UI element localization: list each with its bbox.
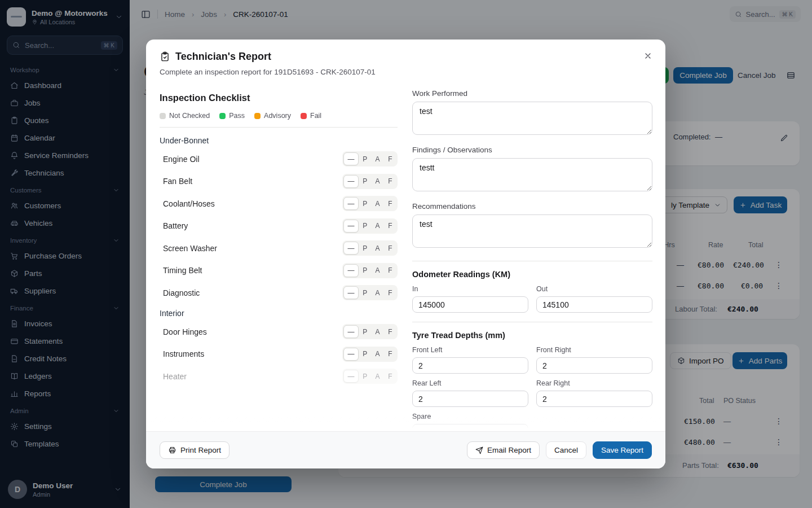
checklist-row: Door Hinges — P A F <box>160 324 398 339</box>
status-segmented-control: — P A F <box>342 240 398 256</box>
checklist-row: Diagnostic — P A F <box>160 285 398 300</box>
status-notchecked-button[interactable]: — <box>343 220 359 233</box>
save-report-button[interactable]: Save Report <box>593 441 652 459</box>
fail-dot <box>301 113 307 119</box>
status-pass-button[interactable]: P <box>359 175 371 188</box>
modal-header: Technician's Report Complete an inspecti… <box>160 51 632 76</box>
work-performed-textarea[interactable]: test <box>412 102 652 135</box>
print-report-button[interactable]: Print Report <box>160 441 230 459</box>
status-pass-button[interactable]: P <box>359 325 371 338</box>
recommendations-textarea[interactable]: test <box>412 214 652 248</box>
status-advisory-button[interactable]: A <box>371 175 383 188</box>
email-report-label: Email Report <box>487 446 531 454</box>
close-icon[interactable] <box>642 50 654 62</box>
status-segmented-control: — P A F <box>342 151 398 167</box>
status-advisory-button[interactable]: A <box>371 152 383 165</box>
recommendations-label: Recommendations <box>412 202 652 211</box>
checklist-row: Fan Belt — P A F <box>160 174 398 189</box>
checklist-heading: Inspection Checklist <box>160 93 398 103</box>
status-notchecked-button[interactable]: — <box>343 348 359 361</box>
status-notchecked-button[interactable]: — <box>343 242 359 255</box>
status-fail-button[interactable]: F <box>384 197 396 210</box>
status-pass-button[interactable]: P <box>359 220 371 233</box>
inspection-checklist-panel: Inspection Checklist Not Checked Pass Ad… <box>160 89 398 388</box>
findings-textarea[interactable]: testt <box>412 158 652 191</box>
rear-left-input[interactable] <box>412 391 528 407</box>
status-fail-button[interactable]: F <box>384 242 396 255</box>
divider <box>412 261 652 261</box>
legend-label: Fail <box>310 112 321 120</box>
status-advisory-button[interactable]: A <box>371 286 383 299</box>
advisory-dot <box>254 113 261 119</box>
status-segmented-control: — P A F <box>342 324 398 339</box>
status-fail-button[interactable]: F <box>384 286 396 299</box>
status-pass-button[interactable]: P <box>359 197 371 210</box>
status-pass-button[interactable]: P <box>359 286 371 299</box>
status-segmented-control: — P A F <box>342 263 398 278</box>
status-fail-button[interactable]: F <box>384 175 396 188</box>
group-heading-interior: Interior <box>160 309 398 318</box>
findings-label: Findings / Observations <box>412 146 652 154</box>
status-advisory-button[interactable]: A <box>371 348 383 361</box>
status-pass-button[interactable]: P <box>359 264 371 277</box>
status-legend: Not Checked Pass Advisory Fail <box>160 112 398 120</box>
status-segmented-control: — P A F <box>342 369 398 384</box>
status-notchecked-button[interactable]: — <box>343 325 359 338</box>
status-notchecked-button[interactable]: — <box>343 197 359 210</box>
modal-subtitle: Complete an inspection report for 191D51… <box>160 68 632 76</box>
status-fail-button[interactable]: F <box>384 370 396 383</box>
status-notchecked-button[interactable]: — <box>343 264 359 277</box>
status-advisory-button[interactable]: A <box>371 197 383 210</box>
odometer-heading: Odometer Readings (KM) <box>412 270 652 279</box>
divider <box>160 127 398 128</box>
status-fail-button[interactable]: F <box>384 325 396 338</box>
cancel-button[interactable]: Cancel <box>546 441 586 459</box>
status-notchecked-button[interactable]: — <box>343 370 359 383</box>
front-right-input[interactable] <box>536 357 652 374</box>
group-heading-under-bonnet: Under-Bonnet <box>160 136 398 145</box>
status-pass-button[interactable]: P <box>359 242 371 255</box>
rear-left-label: Rear Left <box>412 379 528 387</box>
technicians-report-modal: Technician's Report Complete an inspecti… <box>146 40 665 468</box>
status-notchecked-button[interactable]: — <box>343 286 359 299</box>
status-advisory-button[interactable]: A <box>371 242 383 255</box>
status-advisory-button[interactable]: A <box>371 264 383 277</box>
front-left-input[interactable] <box>412 357 528 374</box>
checklist-row: Heater — P A F <box>160 369 398 384</box>
modal-title: Technician's Report <box>175 51 271 63</box>
checklist-item-label: Battery <box>163 221 188 230</box>
checklist-row: Battery — P A F <box>160 218 398 234</box>
email-report-button[interactable]: Email Report <box>467 441 540 459</box>
status-fail-button[interactable]: F <box>384 348 396 361</box>
odometer-out-input[interactable] <box>536 296 652 313</box>
checklist-row: Coolant/Hoses — P A F <box>160 196 398 211</box>
not-checked-dot <box>160 113 166 119</box>
front-right-label: Front Right <box>536 346 652 354</box>
status-segmented-control: — P A F <box>342 347 398 362</box>
status-advisory-button[interactable]: A <box>371 325 383 338</box>
status-notchecked-button[interactable]: — <box>343 152 359 165</box>
rear-right-input[interactable] <box>536 391 652 407</box>
checklist-row: Screen Washer — P A F <box>160 240 398 256</box>
status-pass-button[interactable]: P <box>359 370 371 383</box>
divider <box>412 322 652 322</box>
status-fail-button[interactable]: F <box>384 264 396 277</box>
status-pass-button[interactable]: P <box>359 152 371 165</box>
checklist-item-label: Engine Oil <box>163 155 200 164</box>
status-notchecked-button[interactable]: — <box>343 175 359 188</box>
odometer-in-input[interactable] <box>412 296 528 313</box>
checklist-item-label: Instruments <box>163 349 204 358</box>
print-report-label: Print Report <box>180 446 221 454</box>
odometer-in-label: In <box>412 285 528 293</box>
odometer-out-label: Out <box>536 285 652 293</box>
status-pass-button[interactable]: P <box>359 348 371 361</box>
status-advisory-button[interactable]: A <box>371 220 383 233</box>
checklist-item-label: Timing Belt <box>163 266 202 275</box>
status-advisory-button[interactable]: A <box>371 370 383 383</box>
status-fail-button[interactable]: F <box>384 220 396 233</box>
status-segmented-control: — P A F <box>342 218 398 234</box>
legend-label: Not Checked <box>169 112 210 120</box>
checklist-item-label: Diagnostic <box>163 288 200 297</box>
status-fail-button[interactable]: F <box>384 152 396 165</box>
status-segmented-control: — P A F <box>342 196 398 211</box>
